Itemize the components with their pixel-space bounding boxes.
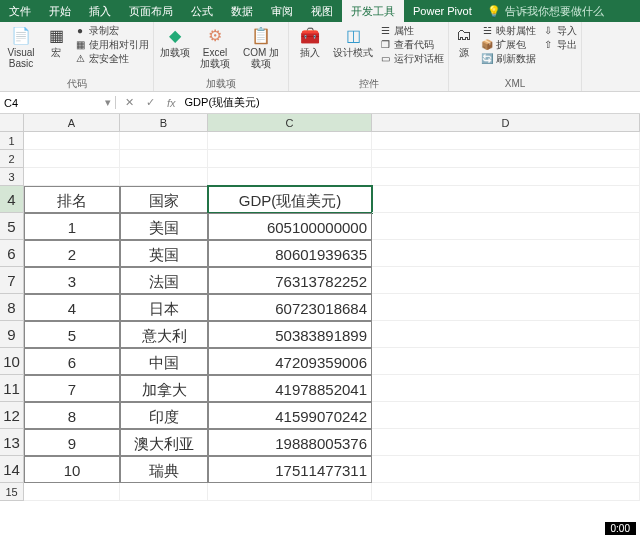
cell-rank[interactable]: 4 — [24, 294, 120, 321]
row-3[interactable]: 3 — [0, 168, 24, 186]
cell[interactable] — [372, 267, 640, 294]
cell[interactable] — [208, 483, 372, 501]
row-10[interactable]: 10 — [0, 348, 24, 375]
cell-country[interactable]: 中国 — [120, 348, 208, 375]
select-all[interactable] — [0, 114, 24, 131]
excel-addin-button[interactable]: ⚙Excel 加载项 — [198, 24, 232, 69]
cell-country[interactable]: 日本 — [120, 294, 208, 321]
row-5[interactable]: 5 — [0, 213, 24, 240]
cancel-icon[interactable]: ✕ — [122, 96, 137, 109]
cell[interactable] — [372, 150, 640, 168]
cell-gdp[interactable]: 60723018684 — [208, 294, 372, 321]
cell-rank[interactable]: 5 — [24, 321, 120, 348]
map-props-button[interactable]: ☱映射属性 — [481, 24, 536, 37]
cell[interactable] — [372, 213, 640, 240]
cell-country[interactable]: 澳大利亚 — [120, 429, 208, 456]
col-A[interactable]: A — [24, 114, 120, 131]
formula-input[interactable] — [185, 97, 634, 109]
cell-gdp[interactable]: 47209359006 — [208, 348, 372, 375]
cell[interactable] — [120, 168, 208, 186]
tab-insert[interactable]: 插入 — [80, 0, 120, 22]
tell-me[interactable]: 💡 告诉我你想要做什么 — [481, 4, 610, 19]
cell-gdp[interactable]: 605100000000 — [208, 213, 372, 240]
cell[interactable] — [372, 375, 640, 402]
row-12[interactable]: 12 — [0, 402, 24, 429]
cell[interactable] — [24, 483, 120, 501]
tab-start[interactable]: 开始 — [40, 0, 80, 22]
cell[interactable] — [372, 132, 640, 150]
row-8[interactable]: 8 — [0, 294, 24, 321]
tab-pivot[interactable]: Power Pivot — [404, 0, 481, 22]
row-7[interactable]: 7 — [0, 267, 24, 294]
cell[interactable] — [24, 132, 120, 150]
row-1[interactable]: 1 — [0, 132, 24, 150]
cell[interactable] — [372, 402, 640, 429]
cell-gdp[interactable]: 17511477311 — [208, 456, 372, 483]
cell[interactable] — [24, 168, 120, 186]
cell-rank[interactable]: 7 — [24, 375, 120, 402]
cell-gdp[interactable]: 50383891899 — [208, 321, 372, 348]
tab-dev[interactable]: 开发工具 — [342, 0, 404, 22]
row-11[interactable]: 11 — [0, 375, 24, 402]
fx-icon[interactable]: fx — [164, 97, 179, 109]
cell[interactable] — [372, 186, 640, 213]
row-6[interactable]: 6 — [0, 240, 24, 267]
cell[interactable] — [372, 294, 640, 321]
cell-country[interactable]: 美国 — [120, 213, 208, 240]
cell[interactable] — [372, 429, 640, 456]
col-B[interactable]: B — [120, 114, 208, 131]
cell[interactable] — [208, 132, 372, 150]
com-addin-button[interactable]: 📋COM 加载项 — [238, 24, 284, 69]
cell-gdp[interactable]: 41978852041 — [208, 375, 372, 402]
relative-ref-button[interactable]: ▦使用相对引用 — [74, 38, 149, 51]
record-macro-button[interactable]: ●录制宏 — [74, 24, 149, 37]
row-13[interactable]: 13 — [0, 429, 24, 456]
cell-gdp[interactable]: 76313782252 — [208, 267, 372, 294]
cell-gdp[interactable]: 19888005376 — [208, 429, 372, 456]
cell[interactable] — [372, 483, 640, 501]
cell-country[interactable]: 法国 — [120, 267, 208, 294]
cell[interactable] — [372, 168, 640, 186]
cell-country[interactable]: 印度 — [120, 402, 208, 429]
cell-rank[interactable]: 10 — [24, 456, 120, 483]
cell-gdp[interactable]: 80601939635 — [208, 240, 372, 267]
xml-source-button[interactable]: 🗂源 — [453, 24, 475, 58]
cell-rank[interactable]: 8 — [24, 402, 120, 429]
view-code-button[interactable]: ❐查看代码 — [379, 38, 444, 51]
insert-control-button[interactable]: 🧰插入 — [293, 24, 327, 58]
refresh-button[interactable]: 🔄刷新数据 — [481, 52, 536, 65]
row-2[interactable]: 2 — [0, 150, 24, 168]
row-9[interactable]: 9 — [0, 321, 24, 348]
cell-gdp-header[interactable]: GDP(现值美元) — [208, 186, 372, 213]
cell-rank[interactable]: 9 — [24, 429, 120, 456]
cell-rank[interactable]: 1 — [24, 213, 120, 240]
cell-country-header[interactable]: 国家 — [120, 186, 208, 213]
visual-basic-button[interactable]: 📄 Visual Basic — [4, 24, 38, 69]
cell[interactable] — [120, 150, 208, 168]
col-D[interactable]: D — [372, 114, 640, 131]
cell-country[interactable]: 英国 — [120, 240, 208, 267]
macro-button[interactable]: ▦ 宏 — [44, 24, 68, 58]
design-mode-button[interactable]: ◫设计模式 — [333, 24, 373, 58]
row-4[interactable]: 4 — [0, 186, 24, 213]
row-14[interactable]: 14 — [0, 456, 24, 483]
tab-review[interactable]: 审阅 — [262, 0, 302, 22]
run-dialog-button[interactable]: ▭运行对话框 — [379, 52, 444, 65]
import-button[interactable]: ⇩导入 — [542, 24, 577, 37]
cell-country[interactable]: 意大利 — [120, 321, 208, 348]
cell-country[interactable]: 瑞典 — [120, 456, 208, 483]
cell[interactable] — [372, 321, 640, 348]
cell[interactable] — [372, 348, 640, 375]
tab-data[interactable]: 数据 — [222, 0, 262, 22]
cell[interactable] — [208, 150, 372, 168]
cell[interactable] — [372, 456, 640, 483]
row-15[interactable]: 15 — [0, 483, 24, 501]
cell[interactable] — [372, 240, 640, 267]
cell-rank[interactable]: 3 — [24, 267, 120, 294]
cell[interactable] — [120, 132, 208, 150]
confirm-icon[interactable]: ✓ — [143, 96, 158, 109]
name-box[interactable]: ▾ — [0, 96, 116, 109]
cell-rank-header[interactable]: 排名 — [24, 186, 120, 213]
expand-button[interactable]: 📦扩展包 — [481, 38, 536, 51]
name-box-input[interactable] — [4, 97, 84, 109]
